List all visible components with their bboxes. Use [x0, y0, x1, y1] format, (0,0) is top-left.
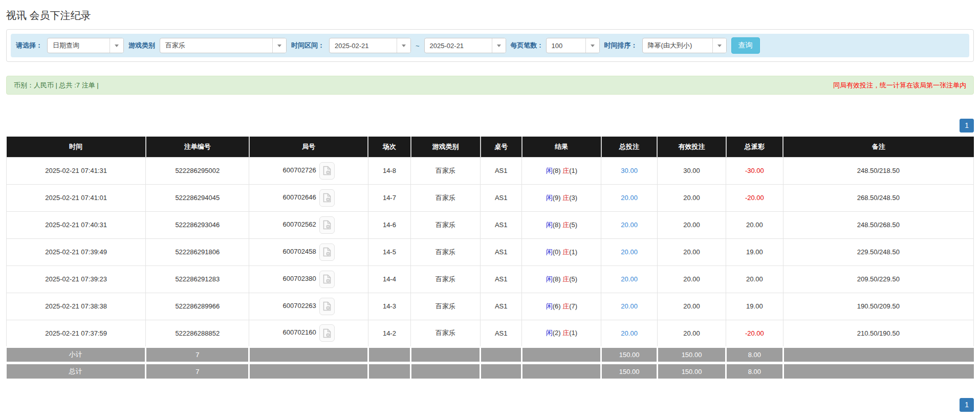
- cell-table-no: AS1: [481, 238, 522, 266]
- cell-total-bet[interactable]: 20.00: [601, 238, 658, 266]
- video-replay-button[interactable]: [319, 324, 335, 342]
- result-banker-value: (5): [569, 221, 577, 229]
- video-replay-button[interactable]: [319, 216, 335, 234]
- round-number: 600702380: [283, 275, 316, 282]
- cell-bet-id: 522286294045: [146, 184, 249, 211]
- chevron-down-icon[interactable]: [585, 38, 599, 53]
- cell-bet-id: 522286291806: [146, 238, 249, 266]
- date-start-select[interactable]: 2025-02-21: [329, 38, 411, 53]
- cell-round-id: 600702160: [249, 320, 368, 347]
- result-banker-label: 庄: [562, 275, 569, 283]
- cell-game-type: 百家乐: [411, 238, 481, 266]
- cell-bet-id: 522286291283: [146, 266, 249, 293]
- video-replay-button[interactable]: [319, 189, 335, 207]
- game-type-select[interactable]: 百家乐: [160, 38, 287, 53]
- cell-game-type: 百家乐: [411, 293, 481, 320]
- video-replay-button[interactable]: [319, 162, 335, 180]
- sum-result: [522, 363, 601, 379]
- table-row: 2025-02-21 07:38:38522286289966600702263…: [7, 293, 974, 320]
- round-number: 600702458: [283, 248, 316, 255]
- cell-total-bet[interactable]: 20.00: [601, 320, 658, 347]
- cell-payout: 19.00: [726, 293, 783, 320]
- video-replay-button[interactable]: [319, 271, 335, 288]
- query-type-select[interactable]: 日期查询: [47, 38, 124, 53]
- cell-round-id: 600702726: [249, 157, 368, 184]
- cell-remark: 229.50/248.50: [783, 238, 973, 266]
- cell-total-bet[interactable]: 20.00: [601, 211, 658, 238]
- cell-time: 2025-02-21 07:39:49: [7, 238, 146, 266]
- date-end-select[interactable]: 2025-02-21: [424, 38, 506, 53]
- sum-total-bet: 150.00: [601, 347, 658, 363]
- video-replay-button[interactable]: [319, 244, 335, 261]
- grand-total-row: 总计7150.00150.008.00: [7, 363, 974, 379]
- per-page-value: 100: [547, 42, 585, 50]
- time-sort-select[interactable]: 降幂(由大到小): [642, 38, 727, 53]
- result-player-value: (8): [553, 221, 563, 229]
- filter-panel: 请选择： 日期查询 游戏类别 百家乐 时间区间： 2025-02-21 ~ 20…: [6, 29, 974, 62]
- cell-round-id: 600702562: [249, 211, 368, 238]
- chevron-down-icon[interactable]: [492, 38, 506, 53]
- cell-time: 2025-02-21 07:38:38: [7, 293, 146, 320]
- cell-payout: -20.00: [726, 184, 783, 211]
- currency-summary-text: 币别：人民币 | 总共 :7 注单 |: [14, 81, 99, 90]
- chevron-down-icon[interactable]: [110, 38, 123, 53]
- sum-round: [249, 347, 368, 363]
- pagination-bottom: 1: [6, 398, 974, 412]
- cell-table-no: AS1: [481, 266, 522, 293]
- page-1-button[interactable]: 1: [960, 119, 974, 132]
- result-player-label: 闲: [546, 221, 553, 229]
- column-header-8: 总投注: [601, 137, 658, 157]
- cell-round-id: 600702646: [249, 184, 368, 211]
- cell-valid-bet: 20.00: [657, 320, 726, 347]
- cell-result: 闲(2) 庄(1): [522, 320, 601, 347]
- result-player-label: 闲: [546, 329, 553, 337]
- sum-label: 总计: [7, 363, 146, 379]
- sum-session: [368, 363, 410, 379]
- cell-session: 14-8: [368, 157, 410, 184]
- cell-remark: 210.50/190.50: [783, 320, 973, 347]
- date-start-value: 2025-02-21: [330, 42, 397, 50]
- cell-session: 14-4: [368, 266, 410, 293]
- sum-result: [522, 347, 601, 363]
- chevron-down-icon[interactable]: [712, 38, 726, 53]
- cell-round-id: 600702458: [249, 238, 368, 266]
- cell-total-bet[interactable]: 20.00: [601, 293, 658, 320]
- round-number: 600702263: [283, 302, 316, 310]
- result-player-value: (8): [553, 275, 563, 283]
- result-player-label: 闲: [546, 248, 553, 256]
- result-banker-label: 庄: [562, 248, 569, 256]
- chevron-down-icon[interactable]: [272, 38, 286, 53]
- cell-remark: 268.50/248.50: [783, 184, 973, 211]
- cell-total-bet[interactable]: 30.00: [601, 157, 658, 184]
- cell-game-type: 百家乐: [411, 184, 481, 211]
- sum-remark: [783, 347, 973, 363]
- column-header-11: 备注: [783, 137, 973, 157]
- cell-total-bet[interactable]: 20.00: [601, 266, 658, 293]
- video-file-icon: [323, 193, 331, 203]
- sum-valid-bet: 150.00: [657, 347, 726, 363]
- page-1-button[interactable]: 1: [960, 398, 974, 412]
- cell-round-id: 600702380: [249, 266, 368, 293]
- query-button[interactable]: 查询: [731, 37, 760, 54]
- cell-table-no: AS1: [481, 157, 522, 184]
- sum-valid-bet: 150.00: [657, 363, 726, 379]
- cell-game-type: 百家乐: [411, 266, 481, 293]
- notice-text: 同局有效投注，统一计算在该局第一张注单内: [833, 81, 966, 90]
- chevron-down-icon[interactable]: [397, 38, 410, 53]
- bet-records-table: 时间注单编号局号场次游戏类别桌号结果总投注有效投注总派彩备注 2025-02-2…: [6, 137, 974, 379]
- result-player-label: 闲: [546, 302, 553, 310]
- result-player-value: (6): [553, 302, 563, 310]
- cell-valid-bet: 20.00: [657, 211, 726, 238]
- sum-total-bet: 150.00: [601, 363, 658, 379]
- result-player-label: 闲: [546, 275, 553, 283]
- video-replay-button[interactable]: [319, 298, 335, 315]
- column-header-5: 游戏类别: [411, 137, 481, 157]
- query-type-value: 日期查询: [48, 41, 110, 50]
- result-banker-value: (7): [569, 302, 577, 310]
- result-banker-value: (1): [569, 329, 577, 337]
- cell-total-bet[interactable]: 20.00: [601, 184, 658, 211]
- column-header-4: 场次: [368, 137, 410, 157]
- table-row: 2025-02-21 07:41:31522286295002600702726…: [7, 157, 974, 184]
- game-type-value: 百家乐: [160, 41, 272, 50]
- per-page-select[interactable]: 100: [546, 38, 600, 53]
